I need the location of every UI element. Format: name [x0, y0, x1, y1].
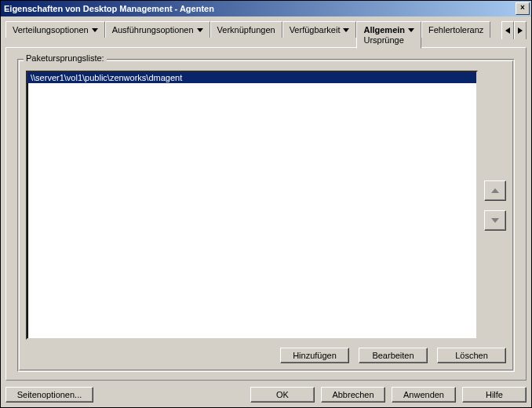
- tab-allgemein[interactable]: AllgemeinUrsprünge: [356, 21, 421, 49]
- package-source-group: Paketursprungsliste: \\server1\vol1\publ…: [17, 59, 515, 372]
- ok-button[interactable]: OK: [250, 387, 315, 403]
- svg-marker-7: [491, 218, 499, 223]
- tab-verteilungsoptionen[interactable]: Verteilungsoptionen: [5, 21, 105, 38]
- move-up-button[interactable]: [484, 180, 506, 201]
- apply-button[interactable]: Anwenden: [392, 387, 456, 403]
- source-listbox-inner: \\server1\vol1\public\zenworks\dmagent: [27, 72, 476, 338]
- titlebar: Eigenschaften von Desktop Management - A…: [1, 1, 531, 16]
- delete-button[interactable]: Löschen: [437, 348, 506, 363]
- svg-marker-3: [408, 28, 414, 32]
- triangle-up-icon: [491, 188, 499, 193]
- add-button[interactable]: Hinzufügen: [280, 348, 349, 363]
- tab-scroll-left[interactable]: [501, 21, 514, 39]
- chevron-down-icon: [92, 28, 98, 32]
- client-area: VerteilungsoptionenAusführungsoptionenVe…: [1, 16, 531, 407]
- svg-marker-6: [491, 188, 499, 193]
- tab-ausf-hrungsoptionen[interactable]: Ausführungsoptionen: [105, 21, 210, 38]
- source-listbox[interactable]: \\server1\vol1\public\zenworks\dmagent: [26, 71, 478, 340]
- group-button-row: Hinzufügen Bearbeiten Löschen: [26, 348, 506, 363]
- tab-scrollers: [501, 21, 527, 39]
- tab-label: Verfügbarkeit: [290, 25, 350, 35]
- svg-marker-5: [518, 27, 523, 34]
- edit-button[interactable]: Bearbeiten: [359, 348, 428, 363]
- tab-label: Fehlertoleranz: [428, 25, 483, 35]
- tab-verf-gbarkeit[interactable]: Verfügbarkeit: [282, 21, 357, 38]
- reorder-buttons: [484, 71, 506, 340]
- cancel-button[interactable]: Abbrechen: [321, 387, 385, 403]
- help-button[interactable]: Hilfe: [462, 387, 527, 403]
- chevron-down-icon: [343, 28, 349, 32]
- tab-scroll-right[interactable]: [514, 21, 527, 39]
- svg-marker-2: [343, 28, 349, 32]
- tab-label: Ausführungsoptionen: [112, 25, 203, 35]
- tab-verkn-pfungen[interactable]: Verknüpfungen: [210, 21, 282, 38]
- close-icon: ×: [520, 3, 525, 12]
- chevron-down-icon: [408, 28, 414, 32]
- tab-label: Verteilungsoptionen: [13, 25, 98, 35]
- dialog-button-row: Seitenoptionen... OK Abbrechen Anwenden …: [5, 387, 527, 403]
- svg-marker-1: [197, 28, 203, 32]
- tab-panel: Paketursprungsliste: \\server1\vol1\publ…: [5, 47, 527, 381]
- close-button[interactable]: ×: [516, 2, 530, 15]
- chevron-down-icon: [197, 28, 203, 32]
- tab-strip: VerteilungsoptionenAusführungsoptionenVe…: [5, 21, 527, 48]
- list-item[interactable]: \\server1\vol1\public\zenworks\dmagent: [27, 72, 476, 83]
- tab-label: Allgemein: [363, 25, 414, 35]
- svg-marker-0: [92, 28, 98, 32]
- triangle-left-icon: [505, 27, 510, 34]
- page-options-button[interactable]: Seitenoptionen...: [5, 387, 93, 403]
- window-title: Eigenschaften von Desktop Management - A…: [4, 4, 516, 13]
- svg-marker-4: [505, 27, 510, 34]
- triangle-down-icon: [491, 218, 499, 223]
- group-legend: Paketursprungsliste:: [24, 53, 107, 63]
- move-down-button[interactable]: [484, 210, 506, 231]
- tab-subpage-label: Ursprünge: [363, 35, 403, 45]
- triangle-right-icon: [518, 27, 523, 34]
- dialog-window: Eigenschaften von Desktop Management - A…: [0, 0, 532, 408]
- tab-fehlertoleranz[interactable]: Fehlertoleranz: [421, 21, 490, 38]
- tab-label: Verknüpfungen: [217, 25, 275, 35]
